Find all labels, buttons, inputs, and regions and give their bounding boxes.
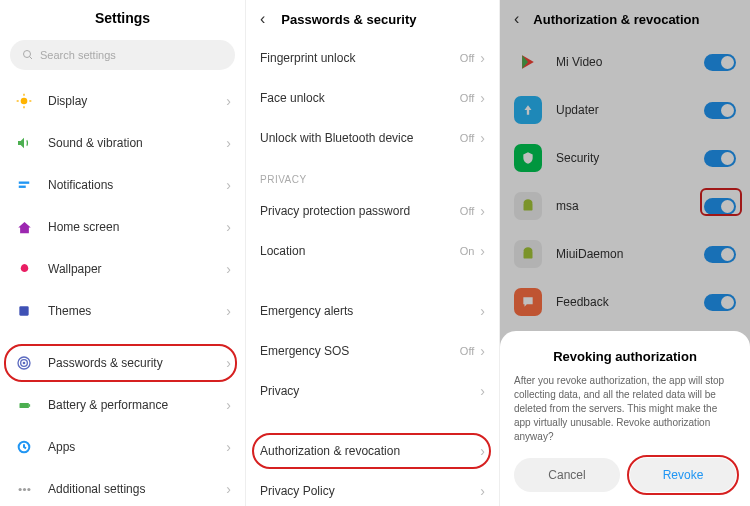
section-header-privacy: PRIVACY [246,158,499,191]
sound-icon [14,133,34,153]
settings-item-wallpaper[interactable]: Wallpaper › [0,248,245,290]
chevron-right-icon: › [226,219,231,235]
settings-item-themes[interactable]: Themes › [0,290,245,332]
chevron-right-icon: › [226,135,231,151]
page-title: Settings [0,0,245,36]
item-label: Themes [48,304,226,318]
item-bluetooth-unlock[interactable]: Unlock with Bluetooth device Off › [246,118,499,158]
svg-point-2 [21,98,28,105]
item-privacy-password[interactable]: Privacy protection password Off › [246,191,499,231]
item-emergency-sos[interactable]: Emergency SOS Off › [246,331,499,371]
wallpaper-icon [14,259,34,279]
item-value: On [460,245,475,257]
item-label: Additional settings [48,482,226,496]
settings-item-battery[interactable]: Battery & performance › [0,384,245,426]
chevron-right-icon: › [226,303,231,319]
item-label: Notifications [48,178,226,192]
chevron-right-icon: › [480,443,485,459]
svg-rect-7 [19,182,30,184]
chevron-right-icon: › [480,383,485,399]
apps-icon [14,437,34,457]
chevron-right-icon: › [480,483,485,499]
item-privacy[interactable]: Privacy › [246,371,499,411]
home-icon [14,217,34,237]
notifications-icon [14,175,34,195]
revoke-dialog: Revoking authorization After you revoke … [500,331,750,506]
item-label: Privacy Policy [260,484,480,498]
revoke-button[interactable]: Revoke [630,458,736,492]
svg-rect-9 [19,306,28,315]
item-fingerprint-unlock[interactable]: Fingerprint unlock Off › [246,38,499,78]
dialog-body: After you revoke authorization, the app … [514,374,736,444]
item-label: Authorization & revocation [260,444,480,458]
themes-icon [14,301,34,321]
chevron-right-icon: › [480,303,485,319]
fingerprint-icon [14,353,34,373]
settings-item-sound[interactable]: Sound & vibration › [0,122,245,164]
search-icon [22,49,34,61]
item-label: Apps [48,440,226,454]
chevron-right-icon: › [226,93,231,109]
item-value: Off [460,345,474,357]
item-value: Off [460,205,474,217]
chevron-right-icon: › [226,481,231,497]
svg-point-0 [24,51,31,58]
item-label: Unlock with Bluetooth device [260,131,460,145]
additional-icon [14,479,34,499]
item-label: Home screen [48,220,226,234]
svg-point-16 [18,487,21,490]
item-value: Off [460,92,474,104]
chevron-right-icon: › [480,243,485,259]
svg-point-17 [22,487,25,490]
panel-header: ‹ Passwords & security [246,0,499,38]
chevron-right-icon: › [480,50,485,66]
settings-item-notifications[interactable]: Notifications › [0,164,245,206]
item-emergency-alerts[interactable]: Emergency alerts › [246,291,499,331]
svg-rect-13 [19,403,28,408]
svg-rect-14 [28,404,29,407]
chevron-right-icon: › [226,355,231,371]
search-placeholder: Search settings [40,49,116,61]
item-label: Privacy protection password [260,204,460,218]
revoke-button-label: Revoke [663,468,704,482]
item-label: Sound & vibration [48,136,226,150]
item-value: Off [460,52,474,64]
settings-item-home[interactable]: Home screen › [0,206,245,248]
item-authorization-revocation[interactable]: Authorization & revocation › [246,431,499,471]
cancel-button[interactable]: Cancel [514,458,620,492]
svg-point-12 [23,362,24,363]
chevron-right-icon: › [226,261,231,277]
chevron-right-icon: › [226,397,231,413]
item-value: Off [460,132,474,144]
settings-item-display[interactable]: Display › [0,80,245,122]
settings-item-apps[interactable]: Apps › [0,426,245,468]
settings-item-additional[interactable]: Additional settings › [0,468,245,506]
item-label: Emergency SOS [260,344,460,358]
chevron-right-icon: › [226,177,231,193]
chevron-right-icon: › [480,90,485,106]
item-label: Passwords & security [48,356,226,370]
passwords-security-panel: ‹ Passwords & security Fingerprint unloc… [246,0,500,506]
item-location[interactable]: Location On › [246,231,499,271]
settings-panel: Settings Search settings Display › Sound… [0,0,246,506]
dialog-actions: Cancel Revoke [514,458,736,492]
authorization-revocation-panel: ‹ Authorization & revocation Mi Video Up… [500,0,750,506]
item-label: Emergency alerts [260,304,480,318]
chevron-right-icon: › [480,203,485,219]
chevron-right-icon: › [480,343,485,359]
dialog-title: Revoking authorization [514,349,736,364]
search-input[interactable]: Search settings [10,40,235,70]
item-face-unlock[interactable]: Face unlock Off › [246,78,499,118]
item-label: Privacy [260,384,480,398]
svg-line-1 [30,57,33,60]
item-label: Location [260,244,460,258]
item-label: Display [48,94,226,108]
battery-icon [14,395,34,415]
item-label: Fingerprint unlock [260,51,460,65]
item-privacy-policy[interactable]: Privacy Policy › [246,471,499,506]
item-label: Face unlock [260,91,460,105]
svg-rect-8 [19,186,26,188]
settings-item-passwords-security[interactable]: Passwords & security › [0,342,245,384]
back-button[interactable]: ‹ [260,10,265,28]
item-label: Battery & performance [48,398,226,412]
